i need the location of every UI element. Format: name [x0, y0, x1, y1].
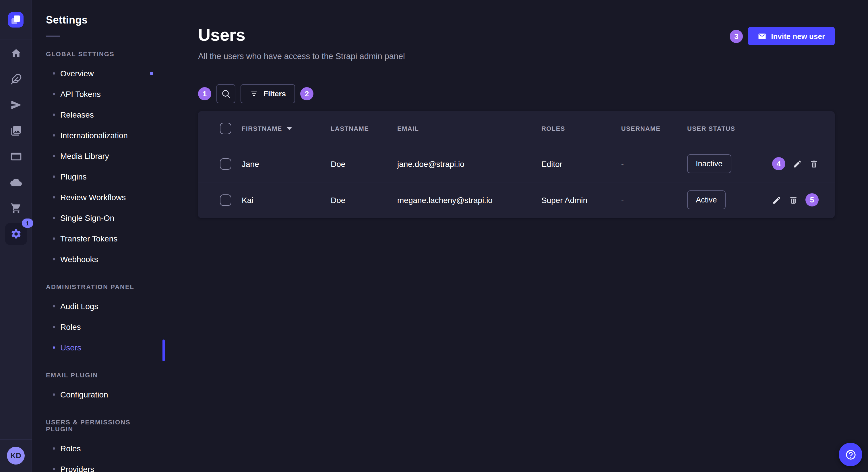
bullet-icon	[53, 175, 55, 178]
bullet-icon	[53, 72, 55, 74]
sidebar-item-label: Roles	[60, 444, 81, 453]
bullet-icon	[53, 346, 55, 349]
nav-marketplace-button[interactable]	[0, 195, 32, 221]
sidebar-item-up-providers[interactable]: Providers	[32, 459, 165, 472]
pencil-icon	[793, 159, 802, 168]
help-icon	[845, 449, 856, 460]
subnav-scrollbar[interactable]	[162, 339, 165, 361]
sidebar-item-label: Audit Logs	[60, 302, 98, 311]
bullet-icon	[53, 447, 55, 450]
bullet-icon	[53, 196, 55, 198]
nav-home-button[interactable]	[0, 40, 32, 66]
section-label: GLOBAL SETTINGS	[32, 50, 165, 57]
section-users-permissions-plugin: USERS & PERMISSIONS PLUGIN Roles Provide…	[32, 419, 165, 472]
sidebar-item-email-configuration[interactable]: Configuration	[32, 384, 165, 405]
strapi-logo-mark-shadow	[11, 19, 17, 24]
page-header: Users All the users who have access to t…	[198, 26, 835, 61]
nav-media-library-button[interactable]	[0, 117, 32, 143]
nav-deployments-button[interactable]	[0, 169, 32, 195]
bullet-icon	[53, 237, 55, 240]
invite-new-user-button[interactable]: Invite new user	[748, 27, 835, 45]
column-header-email: EMAIL	[397, 111, 541, 146]
sidebar-item-users[interactable]: Users	[32, 337, 165, 358]
help-button[interactable]	[839, 443, 862, 466]
sort-caret-icon	[287, 127, 292, 130]
sidebar-item-internationalization[interactable]: Internationalization	[32, 125, 165, 146]
cart-icon	[10, 202, 22, 214]
sidebar-item-overview[interactable]: Overview	[32, 63, 165, 84]
sidebar-item-up-roles[interactable]: Roles	[32, 438, 165, 459]
media-library-icon	[10, 125, 22, 136]
bullet-icon	[53, 305, 55, 307]
main-nav-rail: 1 KD	[0, 0, 32, 472]
sidebar-item-label: Releases	[60, 110, 94, 119]
section-label: USERS & PERMISSIONS PLUGIN	[32, 419, 165, 432]
sidebar-item-webhooks[interactable]: Webhooks	[32, 249, 165, 270]
subnav-title: Settings	[46, 14, 151, 26]
feather-icon	[10, 73, 22, 85]
bullet-icon	[53, 113, 55, 116]
strapi-admin-app: 1 KD Settings GLOBAL SETTINGS Overview A…	[0, 0, 868, 472]
sidebar-item-single-sign-on[interactable]: Single Sign-On	[32, 208, 165, 228]
sidebar-item-label: Plugins	[60, 172, 87, 181]
sidebar-item-label: API Tokens	[60, 90, 101, 99]
delete-user-button[interactable]	[789, 196, 798, 205]
sidebar-item-label: Roles	[60, 322, 81, 332]
bullet-icon	[53, 258, 55, 260]
column-header-roles: ROLES	[541, 111, 621, 146]
layout-icon	[10, 150, 22, 162]
table-row[interactable]: Jane Doe jane.doe@strapi.io Editor - Ina…	[198, 146, 835, 182]
home-icon	[10, 47, 22, 59]
search-button[interactable]	[216, 84, 236, 103]
row-checkbox[interactable]	[220, 194, 231, 206]
select-all-checkbox[interactable]	[220, 123, 231, 134]
settings-active-box: 1	[5, 223, 27, 245]
nav-settings-button[interactable]: 1	[0, 221, 32, 247]
nav-content-manager-button[interactable]	[0, 66, 32, 92]
sidebar-item-plugins[interactable]: Plugins	[32, 166, 165, 187]
cell-firstname: Kai	[242, 182, 331, 218]
row-checkbox[interactable]	[220, 158, 231, 169]
annotation-badge-1: 1	[198, 87, 211, 100]
sidebar-item-label: Configuration	[60, 390, 108, 399]
cell-roles: Editor	[541, 146, 621, 182]
sidebar-item-releases[interactable]: Releases	[32, 104, 165, 125]
edit-user-button[interactable]	[772, 196, 781, 205]
sidebar-item-review-workflows[interactable]: Review Workflows	[32, 187, 165, 208]
sidebar-item-admin-roles[interactable]: Roles	[32, 316, 165, 337]
table-row[interactable]: Kai Doe megane.lacheny@strapi.io Super A…	[198, 182, 835, 218]
cell-lastname: Doe	[331, 146, 397, 182]
trash-icon	[809, 159, 818, 168]
filter-icon	[250, 90, 258, 98]
strapi-logo[interactable]	[8, 12, 24, 28]
annotation-badge-3: 3	[730, 30, 743, 43]
bullet-icon	[53, 394, 55, 396]
sidebar-item-api-tokens[interactable]: API Tokens	[32, 84, 165, 104]
delete-user-button[interactable]	[809, 159, 818, 168]
settings-notification-badge: 1	[22, 218, 33, 227]
sidebar-item-audit-logs[interactable]: Audit Logs	[32, 296, 165, 316]
nav-content-type-builder-button[interactable]	[0, 143, 32, 169]
search-icon	[221, 89, 231, 99]
edit-user-button[interactable]	[793, 159, 802, 168]
user-avatar[interactable]: KD	[7, 447, 25, 465]
sort-by-firstname[interactable]: FIRSTNAME	[242, 125, 292, 132]
notification-dot	[150, 72, 153, 75]
sidebar-item-label: Media Library	[60, 151, 109, 161]
sidebar-item-transfer-tokens[interactable]: Transfer Tokens	[32, 228, 165, 249]
invite-new-user-label: Invite new user	[771, 32, 825, 40]
trash-icon	[789, 196, 798, 205]
bullet-icon	[53, 217, 55, 219]
nav-releases-button[interactable]	[0, 92, 32, 117]
section-email-plugin: EMAIL PLUGIN Configuration	[32, 372, 165, 405]
sidebar-item-label: Transfer Tokens	[60, 234, 117, 243]
gear-icon	[10, 228, 22, 239]
filters-button[interactable]: Filters	[241, 84, 295, 103]
cell-roles: Super Admin	[541, 182, 621, 218]
section-label: EMAIL PLUGIN	[32, 372, 165, 378]
sidebar-item-media-library[interactable]: Media Library	[32, 146, 165, 166]
status-badge: Active	[687, 191, 725, 210]
sidebar-item-label: Review Workflows	[60, 193, 126, 202]
cell-email: megane.lacheny@strapi.io	[397, 182, 541, 218]
column-header-username: USERNAME	[621, 111, 687, 146]
